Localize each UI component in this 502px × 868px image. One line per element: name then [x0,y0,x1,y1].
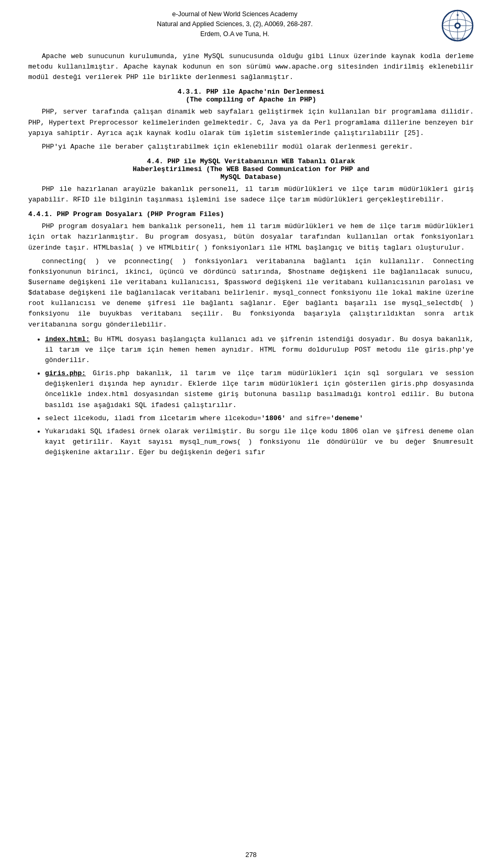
bullet-list: index.html: Bu HTML dosyası başlangıçta … [45,334,474,458]
intro-text: Apache web sunucunun kurulumunda, yine M… [28,51,474,83]
page-number: 278 [245,851,257,859]
svg-text:www.wsa.org: www.wsa.org [450,37,465,40]
bullet-item-2: giris.php: Giris.php bakanlık, il tarım … [45,368,474,411]
bullet-2-key: giris.php: [45,369,86,377]
header-line3: Erdem, O.A ve Tuna, H. [28,29,441,39]
bullet-item-3: select ilcekodu, iladi from ilcetarim wh… [45,413,474,424]
section-441-body: PHP program dosyaları hem bankalık perso… [28,221,474,330]
section-44-body: PHP ile hazırlanan arayüzle bakanlık per… [28,184,474,205]
section-441-title: 4.4.1. PHP Program Dosyaları (PHP Progra… [28,210,474,218]
section-431-title-paren: (The compiling of Apache in PHP) [186,96,316,104]
bullet-item-1: index.html: Bu HTML dosyası başlangıçta … [45,334,474,366]
bullet-1-key: index.html: [45,335,90,343]
bullet-4-text: Yukarıdaki SQL ifadesi örnek olarak veri… [45,427,474,456]
svg-point-7 [456,24,459,27]
section-44-title: 4.4. PHP ile MySQL Veritabanının WEB Tab… [28,157,474,181]
section-431-body: PHP, server tarafında çalışan dinamik we… [28,107,474,152]
page-header: e-Journal of New World Sciences Academy … [28,9,474,42]
section-44-number: 4.4. PHP ile MySQL Veritabanının WEB Tab… [133,157,369,181]
svg-text:★: ★ [456,13,459,17]
intro-para: Apache web sunucunun kurulumunda, yine M… [28,51,474,83]
bullet-2-text: Giris.php bakanlık, il tarım ve ilçe tar… [45,369,474,409]
page-container: e-Journal of New World Sciences Academy … [0,0,502,868]
journal-logo: www.wsa.org ★ [441,9,474,42]
header-line1: e-Journal of New World Sciences Academy [28,9,441,19]
bullet-item-4: Yukarıdaki SQL ifadesi örnek olarak veri… [45,426,474,458]
section-431-para1: PHP, server tarafında çalışan dinamik we… [28,107,474,138]
section-441-para2: connecting( ) ve pconnecting( ) fonksiyo… [28,256,474,330]
section-441-para1: PHP program dosyaları hem bankalık perso… [28,221,474,253]
header-text: e-Journal of New World Sciences Academy … [28,9,441,39]
section-431-number: 4.3.1. [178,88,202,96]
section-431-title: 4.3.1. PHP ile Apache'nin Derlenmesi (Th… [28,88,474,104]
section-431-title-bold: PHP ile Apache'nin Derlenmesi [206,88,324,96]
header-line2: Natural and Applied Sciences, 3, (2), A0… [28,19,441,29]
bullet-3-text: select ilcekodu, iladi from ilcetarim wh… [45,414,363,422]
section-431-para2: PHP'yi Apache ile beraber çalıştırabilme… [28,142,474,152]
section-44-para1: PHP ile hazırlanan arayüzle bakanlık per… [28,184,474,205]
section-441-number: 4.4.1. PHP Program Dosyaları (PHP Progra… [28,210,224,218]
logo-svg: www.wsa.org ★ [441,9,474,42]
bullet-1-text: Bu HTML dosyası başlangıçta kullanıcı ad… [45,335,474,364]
